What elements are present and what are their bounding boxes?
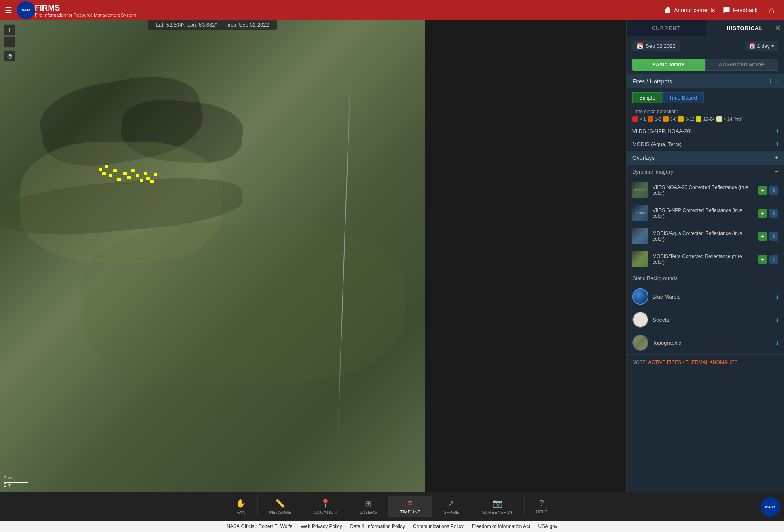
home-button[interactable]: ⌂ [766,5,778,15]
fires-info-icon[interactable]: ℹ [769,78,771,85]
zoom-in-button[interactable]: + [4,24,15,36]
feedback-button[interactable]: Feedback [723,6,757,14]
advanced-mode-button[interactable]: ADVANCED MODE [705,59,779,71]
calendar-icon: 📅 [636,42,643,49]
date-value: Sep 02 2022 [646,43,676,49]
data-policy-link[interactable]: Data & Information Policy [350,524,405,529]
help-tool[interactable]: ? HELP [525,496,559,517]
fires-date: Fires: Sep 02 2022 [225,22,269,28]
chevron-down-icon: ▾ [771,43,774,49]
swatch-12-24 [696,116,701,122]
modis-info-button[interactable]: ℹ [776,141,778,147]
overlays-add-button[interactable]: + [775,154,778,161]
blue-marble-info-button[interactable]: ℹ [776,294,778,300]
modis-terra-add-button[interactable]: + [758,255,767,264]
usa-gov-link[interactable]: USA.gov [538,524,557,529]
fire-dot [127,176,131,179]
simple-tab[interactable]: Simple [632,92,662,103]
snpp-label: S-NPP [636,212,645,215]
share-icon: ↗ [448,498,455,508]
hamburger-button[interactable]: ☰ [0,5,17,15]
timeline-tool[interactable]: ≡ TIMELINE [389,496,432,517]
dynamic-imagery-collapse[interactable]: − [775,168,778,175]
modis-aqua-add-button[interactable]: + [758,232,767,241]
streets-info-button[interactable]: ℹ [776,317,778,323]
tab-current[interactable]: CURRENT [627,20,706,36]
modis-aqua-actions: + ℹ [758,232,778,241]
modis-terra-actions: + ℹ [758,255,778,264]
modis-aqua-label: MODIS/Aqua Corrected Reflectance (true c… [653,231,754,242]
viirs-layer-row[interactable]: VIIRS (S-NPP, NOAA-20) ℹ [627,125,784,138]
measure-icon: 📏 [275,498,285,508]
overlays-header[interactable]: Overlays + [627,151,784,165]
static-backgrounds-collapse[interactable]: − [775,274,778,282]
time-legend: Time since detection: < 1 1-3 3-6 6-12 1… [627,106,784,125]
blue-marble-row[interactable]: Blue Marble ℹ [627,285,784,308]
viirs-noaa20-row[interactable]: NOAA-20 VIIRS NOAA-20 Corrected Reflecta… [627,179,784,202]
measure-tool[interactable]: 📏 MEASURE [258,496,303,517]
web-privacy-link[interactable]: Web Privacy Policy [301,524,342,529]
note-prefix: NOTE: [632,360,648,365]
zoom-out-button[interactable]: − [4,36,15,48]
modis-layer-row[interactable]: MODIS (Aqua, Terra) ℹ [627,138,784,151]
static-backgrounds-title: Static Backgrounds [632,275,678,281]
viirs-info-button[interactable]: ℹ [776,128,778,134]
fires-collapse-button[interactable]: − [775,78,778,85]
calendar-icon-2: 📅 [749,43,755,49]
viirs-snpp-add-button[interactable]: + [758,209,767,218]
modis-aqua-info-button[interactable]: ℹ [769,232,778,241]
note-link[interactable]: ACTIVE FIRES / THERMAL ANOMALIES [648,360,737,365]
freedom-info-link[interactable]: Freedom of Information Act [472,524,530,529]
modis-terra-row[interactable]: MODIS/Terra Corrected Reflectance (true … [627,248,784,271]
viirs-layer-icons: ℹ [776,128,778,134]
announcements-button[interactable]: Announcements [664,6,715,14]
topographic-info-button[interactable]: ℹ [776,340,778,346]
modis-aqua-row[interactable]: MODIS/Aqua Corrected Reflectance (true c… [627,225,784,248]
swatch-3-6 [663,116,669,122]
modis-terra-thumb [632,251,648,267]
viirs-snpp-info-button[interactable]: ℹ [769,209,778,218]
day-selector[interactable]: 📅 1 day ▾ [745,41,778,51]
app-title-block: FIRMS Fire Information for Resource Mana… [35,3,664,17]
nasa-official: NASA Official: Robert E. Wolfe [227,524,292,529]
location-tool[interactable]: 📍 LOCATION [303,496,348,517]
close-panel-button[interactable]: ✕ [775,23,781,32]
pan-icon: ✋ [236,498,246,508]
topographic-row[interactable]: Topographic ℹ [627,331,784,354]
viirs-noaa20-info-button[interactable]: ℹ [769,186,778,195]
screenshot-icon: 📷 [492,498,502,508]
fire-dot [140,179,143,182]
fires-hotspots-title: Fires / Hotspots [632,78,672,85]
help-icon: ? [540,498,544,508]
viirs-snpp-row[interactable]: S-NPP VIIRS S-NPP Corrected Reflectance … [627,202,784,225]
map-container[interactable]: Lat: 52.604°, Lon: 63.662° Fires: Sep 02… [0,20,425,492]
viirs-noaa20-add-button[interactable]: + [758,186,767,195]
viirs-noaa20-label: VIIRS NOAA-20 Corrected Reflectance (tru… [653,184,754,196]
fires-hotspots-header[interactable]: Fires / Hotspots ℹ − [627,74,784,88]
viirs-noaa20-thumb: NOAA-20 [632,182,648,198]
coordinates: Lat: 52.604°, Lon: 63.662° [156,22,217,28]
locate-button[interactable]: ◎ [4,50,15,61]
fire-dot [144,172,147,175]
swatch-label-12-24: 12-24 [703,117,714,121]
time-based-tab[interactable]: Time Based [662,92,704,103]
screenshot-tool[interactable]: 📷 SCREENSHOT [470,496,524,517]
share-tool[interactable]: ↗ SHARE [432,496,471,517]
viirs-snpp-label: VIIRS S-NPP Corrected Reflectance (true … [653,208,754,219]
date-picker[interactable]: 📅 Sep 02 2022 [632,40,680,51]
fire-dot [146,177,150,180]
timeline-icon: ≡ [408,498,413,508]
help-label: HELP [536,509,548,514]
modis-terra-info-button[interactable]: ℹ [769,255,778,264]
streets-row[interactable]: Streets ℹ [627,308,784,331]
tab-historical[interactable]: HISTORICAL [706,20,784,36]
communications-policy-link[interactable]: Communications Policy [413,524,464,529]
layers-tool[interactable]: ⊞ LAYERS [348,496,389,517]
date-row: 📅 Sep 02 2022 📅 1 day ▾ [627,36,784,55]
swatch-label-6-12: 6-12 [685,117,694,121]
scale-bar: 2 km 2 mi [4,475,28,487]
app-name: FIRMS [35,3,664,13]
swatch-gt24 [716,116,722,122]
basic-mode-button[interactable]: BASIC MODE [632,59,705,71]
pan-tool[interactable]: ✋ PAN [225,496,258,517]
